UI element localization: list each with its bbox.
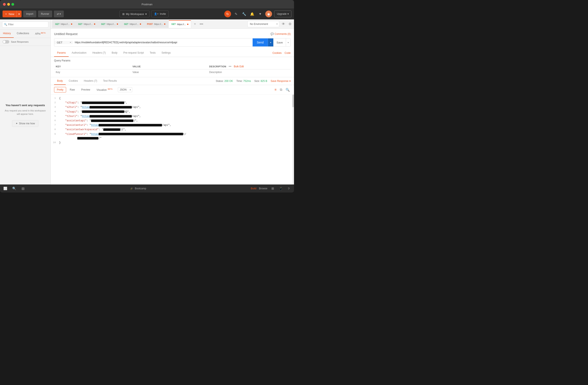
req-tab-settings[interactable]: Settings [159,49,174,57]
import-button[interactable]: Import [23,11,36,17]
request-tab-5[interactable]: POST https://... [144,20,168,28]
environment-select[interactable]: No Environment [248,21,279,27]
feather-icon: ✎ [235,12,237,16]
value-input[interactable] [132,71,206,74]
sidebar-tabs: History Collections APIsBETA [0,30,50,38]
new-button[interactable]: ＋ New [2,11,17,17]
sidebar: 🔍 History Collections APIsBETA Save Resp… [0,20,51,184]
search-bottom-button[interactable]: 🔍 [11,186,17,191]
heart-button[interactable]: ♥ [257,11,263,17]
feather-button[interactable]: ✎ [233,11,239,17]
desc-input[interactable] [209,71,289,74]
sidebar-toggle-button[interactable]: ⬜ [2,186,8,191]
sync-button[interactable]: ↻ [224,11,231,17]
resp-tab-test-results[interactable]: Test Results [100,77,120,85]
scrollbar-thumb[interactable] [292,95,294,107]
search-icon: 🔍 [286,88,290,92]
close-btn[interactable] [3,3,6,6]
bulk-edit-button[interactable]: Bulk Edit [234,65,244,68]
tabs-bar: GET https://... GET https://... GET http… [51,20,294,29]
search-bottom-icon: 🔍 [12,187,16,190]
send-dropdown-button[interactable]: ▾ [268,39,273,46]
tab-url: https://... [61,23,70,25]
sidebar-tab-collections[interactable]: Collections [14,30,32,38]
device-button[interactable]: 📱 [278,186,283,191]
format-select[interactable]: JSON XML HTML Text [118,87,128,92]
fmt-tab-preview[interactable]: Preview [78,87,93,92]
req-tab-headers[interactable]: Headers (7) [89,49,108,57]
param-row [54,69,291,75]
more-tabs-button[interactable]: ••• [199,21,204,27]
tabs-bar-actions: ＋ ••• [192,21,204,27]
show-me-how-label: Show me how [19,122,35,125]
request-tab-6[interactable]: GET https://... [168,20,191,28]
search-input[interactable] [8,23,46,26]
req-tab-tests[interactable]: Tests [147,49,159,57]
browse-button[interactable]: Browse [259,187,267,190]
json-line-10: 10 } [51,141,294,145]
sparkle-icon: ✦ [16,122,18,125]
eye-button[interactable]: 👁 [281,21,286,27]
comments-link[interactable]: 💬 Comments (0) [271,33,291,36]
sidebar-tab-history[interactable]: History [0,30,14,38]
send-button[interactable]: Send [252,39,268,46]
request-title: Untitled Request [54,32,78,36]
minimize-btn[interactable] [7,3,10,6]
plus-icon: ＋ [5,12,7,16]
wrench-button[interactable]: 🔧 [241,11,247,17]
request-tab-1[interactable]: GET https://... [52,20,75,28]
bell-button[interactable]: 🔔 [249,11,255,17]
resp-tab-cookies[interactable]: Cookies [66,77,81,85]
params-more-button[interactable]: ••• [229,65,231,68]
req-tab-prerequest[interactable]: Pre-request Script [120,49,147,57]
save-response-button[interactable]: Save Response ▾ [271,80,291,82]
workspace-button[interactable]: ⊞ My Workspace ▾ [120,11,149,17]
show-me-how-button[interactable]: ✦ Show me how [12,120,39,127]
save-responses-toggle[interactable] [2,40,9,43]
key-input[interactable] [56,71,129,74]
format-select-wrapper: JSON XML HTML Text ▾ [118,87,132,92]
new-tab-button[interactable]: ＋ [192,21,197,27]
scrollbar-track[interactable] [292,95,294,184]
sidebar-icon: ⬜ [3,187,7,190]
request-tab-3[interactable]: GET https://... [98,20,121,28]
layout-button[interactable]: ⊞ [270,186,275,191]
build-button[interactable]: Build [251,187,256,190]
maximize-btn[interactable] [11,3,14,6]
url-input[interactable] [72,39,252,46]
method-badge: GET [124,23,128,25]
method-select[interactable]: GET POST PUT DELETE PATCH [54,41,72,44]
cookies-link[interactable]: Cookies [273,49,282,57]
save-button[interactable]: Save [273,39,286,46]
settings-button[interactable]: ⚙ [288,21,292,27]
code-link[interactable]: Code [285,49,291,57]
invite-label: Invite [160,12,166,15]
runner-button[interactable]: Runner [38,11,52,17]
req-tab-auth[interactable]: Authorization [69,49,89,57]
new-dropdown-button[interactable]: ▾ [17,11,21,17]
save-dropdown-button[interactable]: ▾ [286,39,290,46]
fmt-tab-visualize[interactable]: Visualize [94,87,115,93]
fmt-tab-raw[interactable]: Raw [67,87,78,92]
search-response-button[interactable]: 🔍 [285,87,291,93]
panel-button[interactable]: ▤ [20,186,26,191]
req-tab-body[interactable]: Body [109,49,120,57]
proxy-button[interactable]: ⇄ ▾ [54,11,64,17]
wrench-icon: 🔧 [242,12,246,16]
fmt-tab-pretty[interactable]: Pretty [54,87,66,92]
invite-button[interactable]: 👤+ Invite [151,11,169,17]
resp-tab-headers[interactable]: Headers (7) [81,77,100,85]
request-tab-2[interactable]: GET https://... [75,20,98,28]
wrap-button[interactable]: ≡ [274,87,277,92]
sidebar-tab-apis[interactable]: APIsBETA [32,30,49,38]
json-viewer: 1 { 2 "s2tapi": "", 3 "s2turl": "https/a… [51,95,294,184]
comment-icon: 💬 [271,33,274,36]
req-tab-params[interactable]: Params [54,49,69,57]
help-button[interactable]: ? [286,186,292,191]
resp-tab-body[interactable]: Body [54,77,66,85]
avatar-button[interactable]: ◉ [265,11,272,17]
upgrade-button[interactable]: Upgrade ▾ [274,11,292,17]
request-tab-4[interactable]: GET https://... [121,20,144,28]
upgrade-label: Upgrade [277,12,287,15]
copy-button[interactable]: ⧉ [279,87,283,92]
